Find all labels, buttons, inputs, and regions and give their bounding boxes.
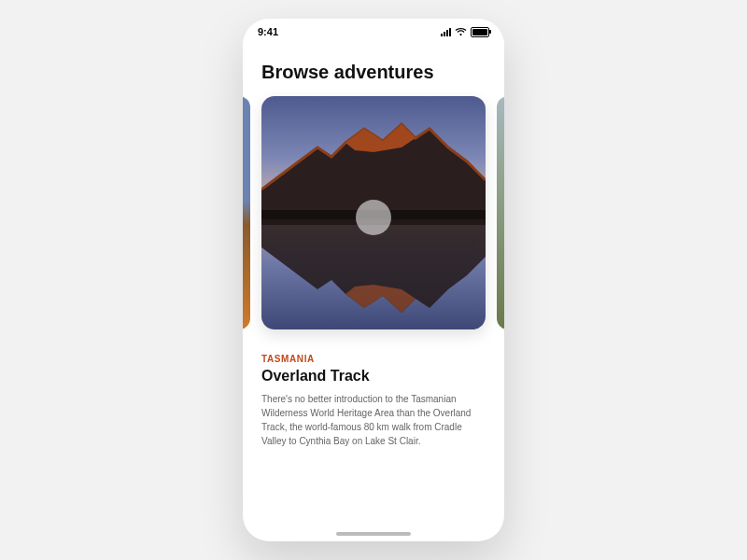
touch-ripple-icon (356, 200, 391, 235)
signal-icon (441, 28, 451, 36)
status-indicators (441, 27, 489, 37)
page-title: Browse adventures (261, 62, 486, 83)
adventure-carousel[interactable] (261, 96, 486, 329)
adventure-title: Overland Track (261, 368, 486, 385)
phone-frame: 9:41 Browse adventures (243, 19, 504, 541)
status-bar: 9:41 (243, 19, 504, 45)
carousel-card-next[interactable] (497, 96, 504, 329)
battery-icon (471, 27, 489, 37)
status-time: 9:41 (258, 26, 278, 37)
adventure-description: There's no better introduction to the Ta… (261, 392, 486, 448)
location-label: TASMANIA (261, 354, 486, 364)
carousel-card-prev[interactable] (243, 96, 250, 329)
content-area: Browse adventures (243, 56, 504, 541)
wifi-icon (455, 28, 467, 36)
home-indicator[interactable] (336, 532, 411, 536)
carousel-card-current[interactable] (261, 96, 486, 329)
adventure-detail: TASMANIA Overland Track There's no bette… (261, 354, 486, 448)
